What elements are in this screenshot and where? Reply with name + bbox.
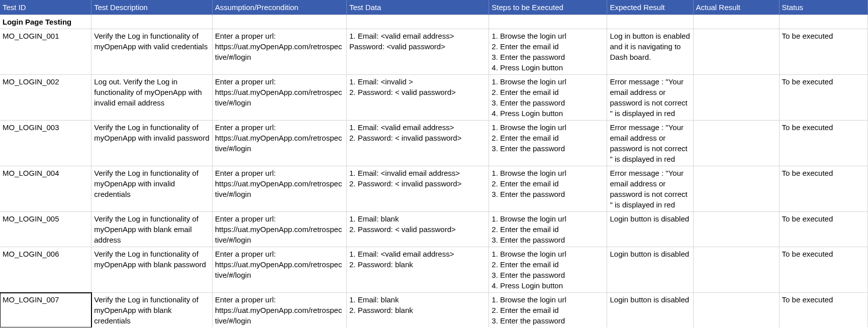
cell-test-id[interactable]: MO_LOGIN_003: [0, 121, 91, 166]
cell-steps[interactable]: 1. Browse the login url 2. Enter the ema…: [489, 29, 607, 75]
cell-status[interactable]: To be executed: [779, 166, 867, 212]
cell-actual-result[interactable]: [693, 166, 779, 212]
cell-test-description[interactable]: Verify the Log in functionality of myOpe…: [91, 121, 213, 166]
cell-expected-result[interactable]: Log in button is enabled and it is navig…: [607, 29, 693, 75]
cell-test-description[interactable]: Verify the Log in functionality of myOpe…: [91, 29, 213, 75]
section-row[interactable]: Login Page Testing: [0, 15, 868, 29]
cell-test-data[interactable]: 1. Email: blank 2. Password: blank: [347, 293, 489, 328]
cell-assumption[interactable]: Enter a proper url: https://uat.myOpenAp…: [212, 247, 346, 293]
cell-actual-result[interactable]: [693, 293, 779, 328]
table-row[interactable]: MO_LOGIN_004Verify the Log in functional…: [0, 166, 868, 212]
header-test-id[interactable]: Test ID: [0, 0, 91, 15]
cell-status[interactable]: To be executed: [779, 121, 867, 166]
cell-assumption[interactable]: Enter a proper url: https://uat.myOpenAp…: [212, 212, 346, 247]
cell-status[interactable]: To be executed: [779, 29, 867, 75]
cell-status[interactable]: To be executed: [779, 212, 867, 247]
cell-expected-result[interactable]: Error message : "Your email address or p…: [607, 75, 693, 121]
cell-steps[interactable]: 1. Browse the login url 2. Enter the ema…: [489, 293, 607, 328]
header-status[interactable]: Status: [779, 0, 867, 15]
cell-test-data[interactable]: 1. Email: <valid email address> Password…: [347, 29, 489, 75]
cell-test-description[interactable]: Verify the Log in functionality of myOpe…: [91, 247, 213, 293]
header-row: Test ID Test Description Assumption/Prec…: [0, 0, 868, 15]
cell-steps[interactable]: 1. Browse the login url 2. Enter the ema…: [489, 121, 607, 166]
table-row[interactable]: MO_LOGIN_006Verify the Log in functional…: [0, 247, 868, 293]
cell-test-id[interactable]: MO_LOGIN_004: [0, 166, 91, 212]
cell-test-id[interactable]: MO_LOGIN_001: [0, 29, 91, 75]
table-row[interactable]: MO_LOGIN_005Verify the Log in functional…: [0, 212, 868, 247]
cell-test-data[interactable]: 1. Email: <valid email address> 2. Passw…: [347, 121, 489, 166]
cell-test-description[interactable]: Verify the Log in functionality of myOpe…: [91, 166, 213, 212]
cell-test-id[interactable]: MO_LOGIN_005: [0, 212, 91, 247]
cell-expected-result[interactable]: Error message : "Your email address or p…: [607, 166, 693, 212]
header-actual-result[interactable]: Actual Result: [693, 0, 779, 15]
cell-assumption[interactable]: Enter a proper url: https://uat.myOpenAp…: [212, 293, 346, 328]
cell-test-description[interactable]: Verify the Log in functionality of myOpe…: [91, 212, 213, 247]
header-test-data[interactable]: Test Data: [347, 0, 489, 15]
cell-test-description[interactable]: Verify the Log in functionality of myOpe…: [91, 293, 213, 328]
cell-steps[interactable]: 1. Browse the login url 2. Enter the ema…: [489, 247, 607, 293]
table-row[interactable]: MO_LOGIN_003Verify the Log in functional…: [0, 121, 868, 166]
section-title: Login Page Testing: [0, 15, 91, 29]
cell-test-id[interactable]: MO_LOGIN_002: [0, 75, 91, 121]
table-row[interactable]: MO_LOGIN_002Log out. Verify the Log in f…: [0, 75, 868, 121]
cell-steps[interactable]: 1. Browse the login url 2. Enter the ema…: [489, 212, 607, 247]
cell-assumption[interactable]: Enter a proper url: https://uat.myOpenAp…: [212, 29, 346, 75]
header-expected-result[interactable]: Expected Result: [607, 0, 693, 15]
cell-test-id[interactable]: MO_LOGIN_006: [0, 247, 91, 293]
cell-test-data[interactable]: 1. Email: <valid email address> 2. Passw…: [347, 247, 489, 293]
cell-status[interactable]: To be executed: [779, 75, 867, 121]
header-test-description[interactable]: Test Description: [91, 0, 213, 15]
table-row[interactable]: MO_LOGIN_007Verify the Log in functional…: [0, 293, 868, 328]
cell-status[interactable]: To be executed: [779, 293, 867, 328]
cell-actual-result[interactable]: [693, 75, 779, 121]
cell-assumption[interactable]: Enter a proper url: https://uat.myOpenAp…: [212, 121, 346, 166]
cell-expected-result[interactable]: Login button is disabled: [607, 212, 693, 247]
test-case-table[interactable]: Test ID Test Description Assumption/Prec…: [0, 0, 868, 327]
cell-test-data[interactable]: 1. Email: <invalid > 2. Password: < vali…: [347, 75, 489, 121]
cell-assumption[interactable]: Enter a proper url: https://uat.myOpenAp…: [212, 75, 346, 121]
cell-expected-result[interactable]: Error message : "Your email address or p…: [607, 121, 693, 166]
cell-steps[interactable]: 1. Browse the login url 2. Enter the ema…: [489, 75, 607, 121]
cell-assumption[interactable]: Enter a proper url: https://uat.myOpenAp…: [212, 166, 346, 212]
cell-actual-result[interactable]: [693, 29, 779, 75]
cell-test-description[interactable]: Log out. Verify the Log in functionality…: [91, 75, 213, 121]
cell-expected-result[interactable]: Login button is disabled: [607, 247, 693, 293]
cell-actual-result[interactable]: [693, 247, 779, 293]
cell-expected-result[interactable]: Login button is disabled: [607, 293, 693, 328]
cell-status[interactable]: To be executed: [779, 247, 867, 293]
header-steps[interactable]: Steps to be Executed: [489, 0, 607, 15]
cell-test-data[interactable]: 1. Email: blank 2. Password: < valid pas…: [347, 212, 489, 247]
cell-actual-result[interactable]: [693, 212, 779, 247]
header-assumption[interactable]: Assumption/Precondition: [212, 0, 346, 15]
cell-actual-result[interactable]: [693, 121, 779, 166]
table-row[interactable]: MO_LOGIN_001Verify the Log in functional…: [0, 29, 868, 75]
cell-steps[interactable]: 1. Browse the login url 2. Enter the ema…: [489, 166, 607, 212]
cell-test-id[interactable]: MO_LOGIN_007: [0, 293, 91, 328]
cell-test-data[interactable]: 1. Email: <invalid email address> 2. Pas…: [347, 166, 489, 212]
